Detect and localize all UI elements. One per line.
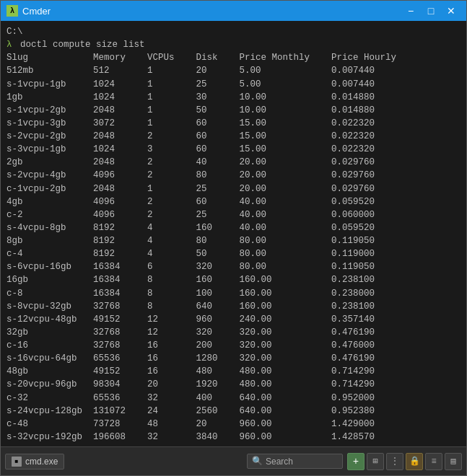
lambda-symbol: λ	[6, 40, 12, 50]
window-title: Cmder	[22, 6, 401, 17]
lock-button[interactable]: 🔒	[406, 453, 423, 470]
title-bar: λ Cmder − □ ✕	[1, 1, 466, 21]
taskbar: ■ cmd.exe 🔍 + ⊞ ⋮ 🔒 ≡ ▤	[1, 446, 466, 475]
maximize-button[interactable]: □	[422, 4, 440, 18]
taskbar-app-item[interactable]: ■ cmd.exe	[5, 454, 64, 470]
window-controls: − □ ✕	[401, 4, 461, 18]
layout-button[interactable]: ⊞	[367, 453, 384, 470]
search-icon: 🔍	[252, 456, 263, 467]
minimize-button[interactable]: −	[401, 4, 420, 18]
app-icon: λ	[6, 5, 18, 17]
close-button[interactable]: ✕	[442, 4, 461, 18]
add-button[interactable]: +	[347, 453, 365, 470]
search-box[interactable]: 🔍	[247, 454, 343, 469]
cmd-icon: ■	[12, 457, 22, 467]
extra-button[interactable]: ≡	[425, 453, 442, 470]
main-window: λ Cmder − □ ✕ C:\ λ doctl compute size l…	[0, 0, 467, 476]
terminal-content: C:\ λ doctl compute size list Slug Memor…	[6, 25, 461, 446]
prompt-path-1: C:\	[6, 27, 23, 37]
menu-button[interactable]: ▤	[445, 453, 462, 470]
settings-button[interactable]: ⋮	[386, 453, 403, 470]
search-input[interactable]	[266, 457, 338, 467]
taskbar-action-buttons: + ⊞ ⋮ 🔒 ≡ ▤	[347, 453, 462, 470]
terminal-body[interactable]: C:\ λ doctl compute size list Slug Memor…	[1, 21, 466, 446]
taskbar-app-label: cmd.exe	[25, 457, 58, 467]
